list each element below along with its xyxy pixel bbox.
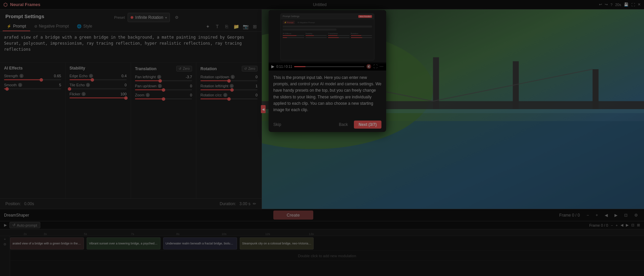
tutorial-overlay-bg xyxy=(0,0,644,276)
